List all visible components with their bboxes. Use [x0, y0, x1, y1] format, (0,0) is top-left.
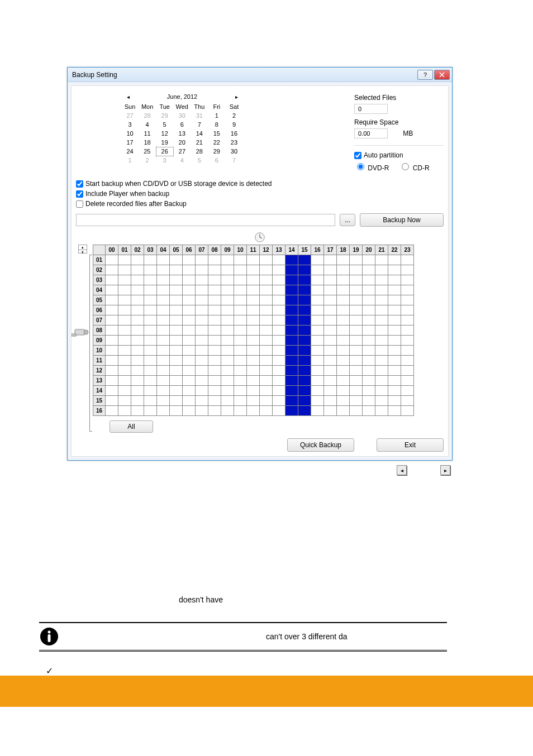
sched-cell[interactable] [196, 305, 208, 315]
sched-cell[interactable] [247, 275, 260, 285]
sched-cell[interactable] [388, 366, 401, 376]
sched-cell[interactable] [157, 366, 170, 376]
sched-cell[interactable] [118, 265, 131, 275]
sched-cell[interactable] [118, 336, 131, 346]
sched-hour-header[interactable]: 06 [183, 245, 196, 255]
sched-cell[interactable] [247, 305, 260, 315]
sched-cell[interactable] [131, 356, 144, 366]
sched-cell[interactable] [144, 285, 157, 295]
sched-row-header[interactable]: 03 [93, 275, 106, 285]
sched-cell[interactable] [350, 366, 363, 376]
sched-cell[interactable] [324, 346, 337, 356]
sched-hour-header[interactable]: 01 [118, 245, 131, 255]
sched-cell[interactable] [375, 275, 388, 285]
sched-cell[interactable] [118, 406, 131, 416]
sched-cell[interactable] [118, 346, 131, 356]
sched-cell[interactable] [273, 295, 285, 305]
sched-cell[interactable] [106, 366, 118, 376]
sched-cell[interactable] [375, 326, 388, 336]
sched-cell[interactable] [388, 346, 401, 356]
sched-cell[interactable] [208, 346, 221, 356]
sched-cell[interactable] [324, 326, 337, 336]
sched-cell[interactable] [260, 356, 273, 366]
sched-cell[interactable] [273, 315, 285, 326]
sched-cell[interactable] [118, 366, 131, 376]
sched-cell[interactable] [106, 376, 118, 386]
sched-cell[interactable] [221, 376, 234, 386]
sched-cell[interactable] [298, 386, 311, 396]
sched-cell[interactable] [273, 336, 285, 346]
sched-cell[interactable] [170, 326, 183, 336]
cal-day[interactable]: 27 [121, 111, 139, 120]
sched-cell[interactable] [131, 285, 144, 295]
sched-cell[interactable] [401, 346, 414, 356]
sched-cell[interactable] [221, 255, 234, 265]
sched-cell[interactable] [311, 255, 324, 265]
sched-cell[interactable] [170, 406, 183, 416]
sched-cell[interactable] [196, 386, 208, 396]
sched-cell[interactable] [273, 356, 285, 366]
sched-cell[interactable] [350, 386, 363, 396]
sched-cell[interactable] [311, 406, 324, 416]
sched-cell[interactable] [118, 376, 131, 386]
sched-hour-header[interactable]: 15 [298, 245, 311, 255]
sched-hour-header[interactable]: 16 [311, 245, 324, 255]
sched-hour-header[interactable]: 20 [363, 245, 375, 255]
sched-cell[interactable] [260, 295, 273, 305]
sched-cell[interactable] [170, 346, 183, 356]
sched-cell[interactable] [234, 406, 247, 416]
sched-cell[interactable] [388, 336, 401, 346]
sched-cell[interactable] [363, 396, 375, 406]
sched-cell[interactable] [247, 346, 260, 356]
sched-cell[interactable] [157, 406, 170, 416]
sched-row-header[interactable]: 05 [93, 295, 106, 305]
sched-cell[interactable] [350, 285, 363, 295]
sched-cell[interactable] [363, 305, 375, 315]
sched-cell[interactable] [388, 396, 401, 406]
sched-cell[interactable] [298, 315, 311, 326]
sched-cell[interactable] [298, 376, 311, 386]
cal-day[interactable]: 19 [156, 138, 173, 147]
sched-cell[interactable] [157, 376, 170, 386]
cal-day[interactable]: 9 [225, 120, 242, 129]
sched-cell[interactable] [375, 356, 388, 366]
sched-cell[interactable] [388, 315, 401, 326]
sched-cell[interactable] [144, 326, 157, 336]
sched-cell[interactable] [221, 305, 234, 315]
sched-cell[interactable] [350, 295, 363, 305]
sched-cell[interactable] [285, 406, 298, 416]
sched-cell[interactable] [221, 356, 234, 366]
sched-cell[interactable] [118, 356, 131, 366]
cal-day[interactable]: 24 [121, 147, 139, 156]
sched-cell[interactable] [363, 326, 375, 336]
sched-row-header[interactable]: 14 [93, 386, 106, 396]
sched-cell[interactable] [260, 376, 273, 386]
sched-cell[interactable] [208, 326, 221, 336]
sched-hour-header[interactable]: 08 [208, 245, 221, 255]
sched-cell[interactable] [375, 305, 388, 315]
cal-day[interactable]: 2 [225, 111, 242, 120]
sched-cell[interactable] [208, 366, 221, 376]
sched-cell[interactable] [247, 315, 260, 326]
opt-delete-after[interactable]: Delete recorded files after Backup [76, 200, 444, 208]
sched-cell[interactable] [106, 295, 118, 305]
sched-cell[interactable] [157, 396, 170, 406]
sched-cell[interactable] [247, 386, 260, 396]
sched-cell[interactable] [183, 305, 196, 315]
sched-cell[interactable] [131, 315, 144, 326]
sched-cell[interactable] [337, 315, 350, 326]
sched-cell[interactable] [208, 406, 221, 416]
cal-day[interactable]: 1 [121, 156, 139, 165]
sched-cell[interactable] [144, 275, 157, 285]
sched-cell[interactable] [118, 255, 131, 265]
sched-row-header[interactable]: 08 [93, 326, 106, 336]
sched-cell[interactable] [375, 255, 388, 265]
sched-cell[interactable] [170, 315, 183, 326]
sched-cell[interactable] [311, 396, 324, 406]
sched-cell[interactable] [285, 326, 298, 336]
sched-cell[interactable] [285, 396, 298, 406]
sched-cell[interactable] [363, 346, 375, 356]
backup-path-input[interactable] [76, 214, 335, 226]
sched-cell[interactable] [273, 376, 285, 386]
sched-cell[interactable] [118, 386, 131, 396]
